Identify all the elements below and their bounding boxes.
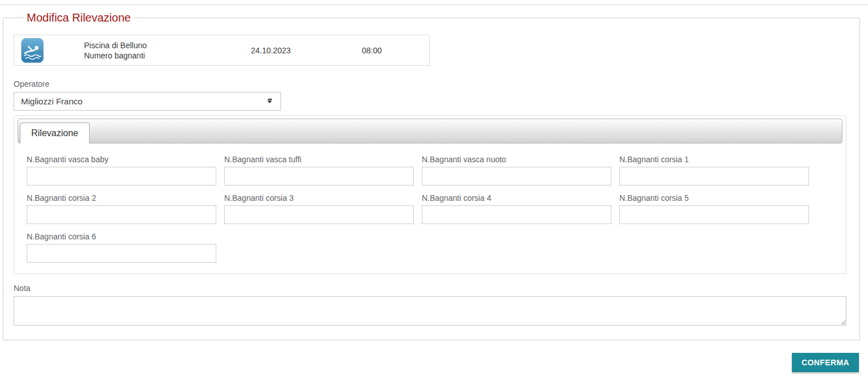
input-bagnanti-corsia-4[interactable] bbox=[422, 205, 611, 224]
field-label: N.Bagnanti corsia 5 bbox=[619, 193, 809, 203]
input-bagnanti-corsia-2[interactable] bbox=[27, 205, 216, 224]
input-bagnanti-corsia-6[interactable] bbox=[27, 244, 216, 263]
field-corsia-6: N.Bagnanti corsia 6 bbox=[27, 232, 216, 263]
survey-time: 08:00 bbox=[327, 46, 417, 55]
field-vasca-baby: N.Bagnanti vasca baby bbox=[27, 155, 216, 186]
operator-selected-value: Migliozzi Franco bbox=[21, 96, 267, 106]
field-vasca-nuoto: N.Bagnanti vasca nuoto bbox=[422, 155, 611, 186]
top-divider bbox=[0, 5, 868, 5]
confirm-button[interactable]: CONFERMA bbox=[792, 353, 859, 372]
input-bagnanti-vasca-nuoto[interactable] bbox=[422, 167, 611, 186]
field-label: N.Bagnanti corsia 6 bbox=[27, 232, 216, 241]
survey-date: 24.10.2023 bbox=[215, 46, 327, 55]
field-label: N.Bagnanti corsia 3 bbox=[224, 193, 414, 203]
field-corsia-1: N.Bagnanti corsia 1 bbox=[619, 155, 809, 186]
field-label: N.Bagnanti corsia 4 bbox=[422, 193, 611, 203]
rilevazione-tab-panel: Rilevazione N.Bagnanti vasca baby N.Bagn… bbox=[14, 115, 846, 274]
input-bagnanti-vasca-tuffi[interactable] bbox=[224, 167, 414, 186]
input-bagnanti-corsia-5[interactable] bbox=[619, 205, 809, 224]
input-bagnanti-vasca-baby[interactable] bbox=[27, 167, 216, 186]
rilevazione-form-grid: N.Bagnanti vasca baby N.Bagnanti vasca t… bbox=[14, 144, 846, 273]
page-title: Modifica Rilevazione bbox=[24, 11, 133, 24]
tab-rilevazione[interactable]: Rilevazione bbox=[20, 123, 90, 144]
field-label: N.Bagnanti vasca tuffi bbox=[224, 155, 414, 164]
field-label: N.Bagnanti vasca nuoto bbox=[422, 155, 611, 164]
operator-block: Operatore Migliozzi Franco bbox=[14, 79, 849, 111]
operator-select[interactable]: Migliozzi Franco bbox=[14, 92, 281, 111]
chevron-down-icon bbox=[267, 99, 272, 104]
field-corsia-4: N.Bagnanti corsia 4 bbox=[422, 193, 611, 224]
field-corsia-3: N.Bagnanti corsia 3 bbox=[224, 193, 414, 224]
field-corsia-5: N.Bagnanti corsia 5 bbox=[619, 193, 809, 224]
note-textarea[interactable] bbox=[14, 296, 846, 326]
input-bagnanti-corsia-3[interactable] bbox=[224, 205, 414, 224]
field-label: N.Bagnanti corsia 2 bbox=[27, 193, 216, 203]
survey-location: Piscina di Belluno bbox=[84, 40, 215, 50]
survey-summary-card: Piscina di Belluno Numero bagnanti 24.10… bbox=[14, 35, 430, 66]
field-corsia-2: N.Bagnanti corsia 2 bbox=[27, 193, 216, 224]
field-label: N.Bagnanti corsia 1 bbox=[619, 155, 809, 164]
field-label: N.Bagnanti vasca baby bbox=[27, 155, 216, 164]
actions-row: CONFERMA bbox=[0, 353, 859, 372]
swimmer-icon bbox=[21, 38, 44, 63]
operator-label: Operatore bbox=[14, 79, 849, 88]
tab-strip: Rilevazione bbox=[18, 119, 842, 144]
note-label: Nota bbox=[14, 284, 849, 293]
survey-title: Piscina di Belluno Numero bagnanti bbox=[84, 40, 215, 61]
field-vasca-tuffi: N.Bagnanti vasca tuffi bbox=[224, 155, 414, 186]
input-bagnanti-corsia-1[interactable] bbox=[619, 167, 809, 186]
survey-type: Numero bagnanti bbox=[84, 50, 215, 61]
modifica-rilevazione-fieldset: Modifica Rilevazione Piscina di Belluno … bbox=[3, 11, 860, 340]
note-block: Nota bbox=[14, 284, 849, 326]
